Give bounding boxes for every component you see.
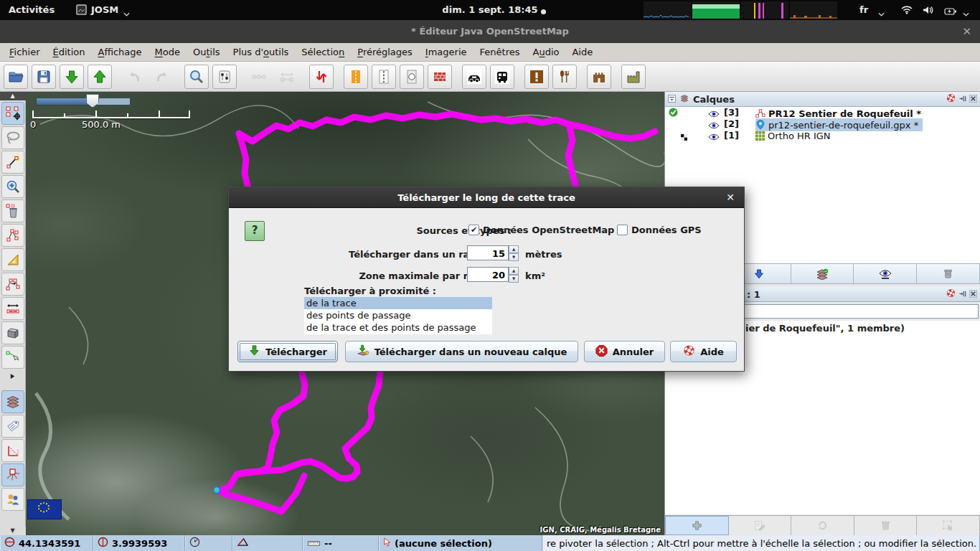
dialog-titlebar[interactable]: Télécharger le long de cette trace ✕ bbox=[229, 187, 744, 208]
open-folder-button[interactable] bbox=[4, 65, 28, 89]
checkbox-osm-box[interactable]: ✔ bbox=[468, 225, 479, 235]
redo-button[interactable] bbox=[150, 65, 174, 89]
relation-select-button[interactable] bbox=[917, 516, 980, 535]
osm-data-checkbox[interactable]: ✔ Données OpenStreetMap bbox=[468, 225, 614, 235]
layer-row[interactable]: [1]Ortho HR IGN bbox=[665, 130, 980, 141]
dialog-close-icon[interactable]: ✕ bbox=[726, 187, 735, 208]
dialog-button-t-l-charger[interactable]: Télécharger bbox=[237, 341, 338, 362]
tool-move-button[interactable] bbox=[1, 102, 24, 125]
dialog-button-t-l-charger-dans-un-nouveau-calque[interactable]: Télécharger dans un nouveau calque bbox=[345, 341, 578, 362]
save-button[interactable] bbox=[32, 65, 56, 89]
menu-audio[interactable]: Audio bbox=[526, 43, 565, 61]
layout-chevron-icon[interactable] bbox=[878, 8, 885, 19]
clock[interactable]: dim. 1 sept. 18:45 bbox=[442, 0, 537, 20]
close-panel-icon[interactable] bbox=[969, 289, 977, 300]
activities-button[interactable]: Activités bbox=[9, 0, 55, 20]
area-spinner[interactable]: ▲▼ bbox=[509, 267, 519, 282]
near-option[interactable]: des points de passage bbox=[304, 309, 492, 321]
tool-lasso-button[interactable] bbox=[1, 126, 24, 149]
menu-plus-d-outils[interactable]: Plus d'outils bbox=[227, 43, 296, 61]
layer-row[interactable]: [2]pr12-sentier-de-roquefeuil.gpx * bbox=[665, 118, 980, 130]
merge-layer-layer-button[interactable] bbox=[791, 264, 854, 283]
app-menu-button[interactable]: JOSM bbox=[91, 0, 118, 20]
tools-scroll-down[interactable]: ▼ bbox=[0, 527, 26, 535]
battery-icon[interactable] bbox=[944, 6, 957, 17]
volume-icon[interactable] bbox=[923, 6, 934, 17]
tool-merge-nodes-button[interactable] bbox=[1, 224, 24, 247]
layer-visibility-icon[interactable] bbox=[708, 132, 720, 143]
restaurant-button[interactable] bbox=[552, 65, 577, 89]
relation-refresh-button[interactable] bbox=[791, 516, 854, 535]
dialog-help-button[interactable]: ? bbox=[245, 221, 265, 241]
car-button[interactable] bbox=[462, 65, 486, 89]
menu--dition[interactable]: Édition bbox=[47, 43, 92, 61]
download-button[interactable] bbox=[60, 65, 84, 89]
pin-icon[interactable] bbox=[958, 289, 966, 300]
radius-spinner[interactable]: ▲▼ bbox=[509, 245, 519, 260]
menu-affichage[interactable]: Affichage bbox=[91, 43, 148, 61]
zoom-slider[interactable] bbox=[36, 98, 131, 105]
tool-draw-button[interactable] bbox=[1, 151, 24, 174]
reverse-way-button[interactable] bbox=[309, 65, 334, 89]
layer-opacity-icon[interactable] bbox=[681, 132, 687, 143]
undo-button[interactable] bbox=[122, 65, 146, 89]
menu-outils[interactable]: Outils bbox=[187, 43, 227, 61]
relation-edit-button[interactable] bbox=[729, 516, 792, 535]
window-close-icon[interactable]: ✕ bbox=[962, 20, 971, 43]
tool-zoom-in-button[interactable] bbox=[1, 175, 24, 198]
road-crossing-button[interactable] bbox=[400, 65, 424, 89]
panel-toggle-authors[interactable] bbox=[1, 488, 24, 511]
trash-layer-button[interactable] bbox=[917, 264, 980, 283]
tool-extrude-button[interactable] bbox=[1, 297, 24, 320]
dialog-button-annuler[interactable]: Annuler bbox=[584, 341, 665, 362]
tool-orthogonalize-button[interactable] bbox=[1, 248, 24, 271]
panel-toggle-relation[interactable] bbox=[1, 463, 24, 486]
segment-width-button[interactable] bbox=[275, 65, 299, 89]
near-option[interactable]: de la trace et des points de passage bbox=[304, 321, 492, 334]
menu-mode[interactable]: Mode bbox=[149, 43, 187, 61]
tool-delete-button[interactable] bbox=[1, 199, 24, 222]
relation-trash-button[interactable] bbox=[854, 516, 918, 535]
gps-data-checkbox[interactable]: Données GPS bbox=[617, 225, 702, 235]
help-icon[interactable] bbox=[946, 288, 956, 300]
dialog-button-aide[interactable]: Aide bbox=[670, 341, 737, 362]
upload-button[interactable] bbox=[88, 65, 112, 89]
road-button[interactable] bbox=[372, 65, 396, 89]
help-icon[interactable] bbox=[946, 93, 956, 105]
motorway-button[interactable] bbox=[344, 65, 368, 89]
near-option[interactable]: de la trace bbox=[304, 297, 492, 309]
menu-pr-r-glages[interactable]: Préréglages bbox=[351, 43, 419, 61]
tool-split-way-button[interactable] bbox=[1, 273, 24, 296]
pin-icon[interactable] bbox=[958, 94, 966, 105]
eye-layer-button[interactable] bbox=[854, 264, 917, 283]
panel-toggle-layers[interactable] bbox=[1, 390, 24, 413]
tool-more-button[interactable] bbox=[2, 370, 24, 382]
tool-follow-line-button[interactable] bbox=[1, 346, 24, 369]
unglue-button[interactable] bbox=[247, 65, 271, 89]
preferences-button[interactable] bbox=[212, 65, 237, 89]
menu-s-lection[interactable]: Sélection bbox=[295, 43, 351, 61]
relation-plus-button[interactable] bbox=[665, 516, 729, 535]
collapse-icon[interactable] bbox=[668, 94, 676, 105]
menu-imagerie[interactable]: Imagerie bbox=[419, 43, 473, 61]
close-panel-icon[interactable] bbox=[969, 94, 977, 105]
factory-button[interactable] bbox=[621, 65, 646, 89]
system-chevron-icon[interactable] bbox=[963, 8, 969, 19]
warning-button[interactable] bbox=[524, 65, 549, 89]
wifi-icon[interactable] bbox=[901, 6, 913, 17]
wall-button[interactable] bbox=[428, 65, 452, 89]
layer-row[interactable]: [3]PR12 Sentier de Roquefeuil * bbox=[665, 107, 980, 118]
bus-button[interactable] bbox=[490, 65, 514, 89]
menu-fen-tres[interactable]: Fenêtres bbox=[473, 43, 527, 61]
castle-button[interactable] bbox=[587, 65, 611, 89]
panel-toggle-measure[interactable] bbox=[1, 439, 24, 462]
menu-aide[interactable]: Aide bbox=[565, 43, 599, 61]
checkbox-gps-box[interactable] bbox=[617, 225, 628, 235]
tool-building-button[interactable] bbox=[1, 321, 24, 344]
keyboard-layout-indicator[interactable]: fr bbox=[859, 0, 868, 20]
zoom-button[interactable] bbox=[184, 65, 209, 89]
tools-scroll-up[interactable]: ▲ bbox=[0, 92, 26, 100]
layer-name[interactable]: Ortho HR IGN bbox=[755, 130, 831, 142]
panel-toggle-tags[interactable] bbox=[1, 415, 24, 438]
radius-input[interactable]: 15 bbox=[467, 245, 509, 260]
